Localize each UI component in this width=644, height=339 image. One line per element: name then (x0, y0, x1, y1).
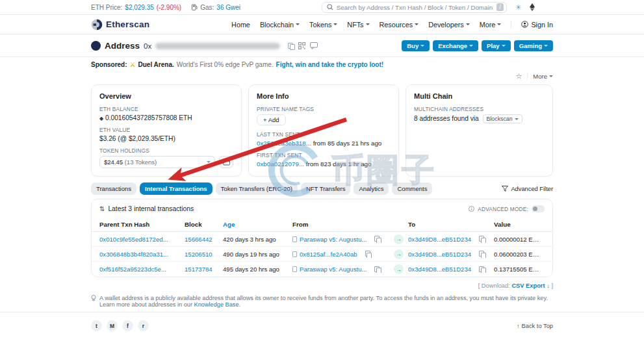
eth-balance-value: ◆ 0.001605437285757808 ETH (99, 114, 233, 121)
more-options-button[interactable]: More (533, 73, 553, 80)
from-link[interactable]: Paraswap v5: Augustu... (300, 236, 372, 243)
gas-label: Gas: (200, 4, 214, 11)
search-icon (327, 4, 333, 10)
main-nav: Etherscan Home Blockchain Tokens NFTs Re… (0, 15, 644, 34)
nav-nfts[interactable]: NFTs (347, 21, 369, 29)
copy-icon[interactable] (374, 236, 380, 242)
to-link[interactable]: 0x3d49D8...eB51D234 (408, 236, 476, 243)
last-txn-hash-link[interactable]: 0x251dea3eb318... (257, 140, 311, 147)
to-link[interactable]: 0x3d49D8...eB51D234 (408, 266, 476, 273)
top-stats-bar: ETH Price: $2,029.35 (-2.90%) Gas: 36 Gw… (0, 0, 644, 15)
tab-internal-transactions[interactable]: Internal Transactions (140, 182, 213, 195)
header-action-buttons: Buy Exchange Play Gaming (402, 40, 553, 51)
advanced-mode-toggle[interactable] (532, 205, 545, 212)
summary-cards: Overview ETH BALANCE ◆ 0.001605437285757… (91, 84, 553, 177)
tab-token-transfers[interactable]: Token Transfers (ERC-20) (216, 182, 298, 195)
eth-price-label: ETH Price: (91, 4, 122, 11)
block-link[interactable]: 15173784 (185, 266, 223, 273)
exchange-button[interactable]: Exchange (433, 40, 478, 51)
twitter-icon[interactable]: t (91, 320, 102, 331)
sponsored-label: Sponsored: (91, 61, 127, 68)
search-bar[interactable]: / (322, 2, 507, 13)
nav-tokens[interactable]: Tokens (309, 21, 337, 29)
csv-export-link[interactable]: CSV Export (511, 282, 545, 289)
address-prefix: 0x (144, 42, 151, 50)
tab-nft-transfers[interactable]: NFT Transfers (301, 182, 351, 195)
eth-value: $3.26 (@ $2,029.35/ETH) (99, 135, 233, 142)
first-txn-hash-link[interactable]: 0xb0a0212079... (257, 160, 304, 168)
address-tools-row: ☆ More (91, 70, 553, 84)
gas-pump-icon (192, 4, 198, 10)
copy-address-icon[interactable] (288, 43, 294, 49)
address-redacted (155, 43, 280, 49)
block-link[interactable]: 15666442 (185, 236, 223, 243)
reddit-icon[interactable]: r (138, 320, 149, 331)
first-txn-label: FIRST TXN SENT (257, 152, 391, 158)
chevron-down-icon (515, 118, 519, 120)
brand-name: Etherscan (106, 19, 149, 29)
parent-txn-hash-link[interactable]: 0x306848b3b4f820a31... (99, 251, 185, 258)
copy-icon[interactable] (479, 266, 485, 273)
from-link[interactable]: 0x8125af...fe2A40ab (300, 251, 363, 258)
gaming-button[interactable]: Gaming (514, 40, 553, 51)
first-txn-time: from 823 days 1 hr ago (306, 160, 372, 168)
sponsor-cta-link[interactable]: Fight, win and take the crypto loot! (276, 61, 384, 68)
back-to-top-button[interactable]: ↑ Back to Top (517, 323, 553, 329)
theme-toggle-icon[interactable]: ✳ (515, 3, 521, 12)
wallet-note: A wallet address is a publicly available… (91, 290, 553, 313)
wallet-view-button[interactable] (219, 156, 233, 168)
copy-icon[interactable] (365, 251, 371, 257)
search-input[interactable] (337, 4, 493, 11)
nav-resources[interactable]: Resources (380, 21, 419, 29)
nav-developers[interactable]: Developers (428, 21, 470, 29)
token-holdings-label: TOKEN HOLDINGS (99, 147, 233, 154)
direction-out-icon: → (394, 249, 404, 259)
qr-code-icon[interactable] (298, 42, 305, 49)
add-name-tag-button[interactable]: + Add (257, 114, 286, 125)
nav-menu: Home Blockchain Tokens NFTs Resources De… (231, 21, 553, 29)
parent-txn-hash-link[interactable]: 0x010c9fe55ed8172ed... (99, 236, 185, 243)
nav-blockchain[interactable]: Blockchain (260, 21, 300, 29)
advanced-filter-button[interactable]: Advanced Filter (502, 186, 553, 192)
knowledge-base-link[interactable]: Knowledge Base (194, 301, 239, 308)
topbar-right: / ✳ (322, 2, 535, 13)
table-header-row: Parent Txn Hash Block Age From To Value (92, 217, 552, 232)
tab-comments[interactable]: Comments (392, 182, 432, 195)
copy-icon[interactable] (479, 236, 485, 242)
facebook-icon[interactable]: f (122, 320, 133, 331)
sign-in-button[interactable]: Sign In (521, 21, 553, 29)
eth-price-value[interactable]: $2,029.35 (125, 4, 154, 11)
gas-value[interactable]: 36 Gwei (216, 4, 240, 11)
comment-icon[interactable] (310, 42, 318, 49)
overview-title: Overview (99, 92, 233, 100)
lightbulb-icon (91, 295, 96, 302)
blockscan-button[interactable]: Blockscan (483, 114, 522, 123)
nav-home[interactable]: Home (231, 21, 250, 29)
token-holdings-dropdown[interactable]: $24.45 (13 Tokens) (99, 156, 215, 168)
token-count: (13 Tokens) (125, 158, 157, 166)
eth-value-label: ETH VALUE (99, 127, 233, 133)
col-age[interactable]: Age (223, 221, 292, 228)
block-link[interactable]: 15206510 (185, 251, 223, 258)
sort-icon[interactable]: ⇅ (99, 205, 105, 212)
download-suffix: ] (551, 282, 553, 289)
table-title: Latest 3 internal transactions (108, 205, 194, 212)
copy-icon[interactable] (374, 266, 380, 273)
address-avatar (91, 41, 101, 51)
from-link[interactable]: Paraswap v5: Augustu... (300, 266, 372, 273)
tab-analytics[interactable]: Analytics (354, 182, 389, 195)
tab-transactions[interactable]: Transactions (91, 182, 136, 195)
ethereum-network-icon[interactable] (530, 3, 535, 11)
medium-icon[interactable]: M (107, 320, 118, 331)
etherscan-logo[interactable]: Etherscan (91, 19, 149, 31)
play-button[interactable]: Play (482, 40, 511, 51)
sponsored-banner: Sponsored: ⚔ Duel Arena. World's First 0… (91, 57, 553, 70)
parent-txn-hash-link[interactable]: 0xf516f52a95223dc5e... (99, 266, 185, 273)
sponsor-name[interactable]: Duel Arena. (138, 61, 174, 68)
buy-button[interactable]: Buy (402, 40, 430, 51)
nav-more[interactable]: More (480, 21, 502, 29)
copy-icon[interactable] (479, 251, 485, 257)
favorite-star-icon[interactable]: ☆ (515, 72, 522, 81)
funnel-icon (502, 186, 508, 192)
to-link[interactable]: 0x3d49D8...eB51D234 (408, 251, 476, 258)
